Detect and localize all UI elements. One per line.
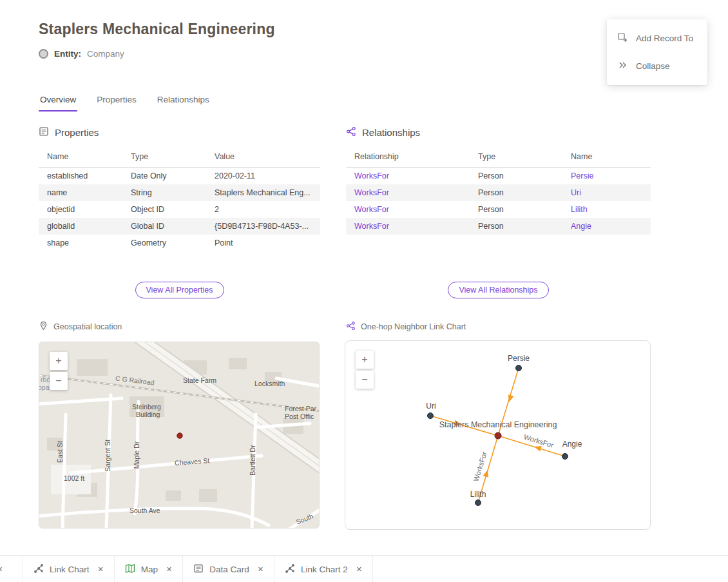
table-row: WorksFor Person Uri (346, 184, 651, 201)
cell-value: {5D9B4713-F98D-4A53-... (206, 218, 320, 235)
card-tabs: Overview Properties Relationships (39, 91, 211, 112)
table-row: established Date Only 2020-02-11 (39, 168, 320, 185)
bottom-tab-map[interactable]: Map ✕ (115, 556, 183, 582)
menu-item-add-record-to[interactable]: Add Record To (607, 24, 707, 52)
data-card-tab-icon (193, 563, 204, 576)
cell-name: objectid (39, 201, 122, 218)
location-marker (177, 433, 182, 438)
bottom-tab-label: Link Chart (50, 565, 90, 574)
cell-type: Person (470, 184, 562, 201)
close-icon[interactable]: ✕ (255, 565, 263, 574)
cell-type: Geometry (122, 235, 206, 251)
tab-properties[interactable]: Properties (95, 91, 138, 112)
cell-type: Date Only (122, 168, 206, 185)
tab-overview[interactable]: Overview (39, 91, 77, 112)
relationship-link[interactable]: WorksFor (346, 201, 470, 218)
close-icon[interactable]: ✕ (354, 565, 362, 574)
entity-label: Entity: (54, 49, 81, 59)
view-all-properties-button[interactable]: View All Properties (135, 282, 224, 298)
edge-arrow (483, 469, 490, 478)
link-chart-heading-row: One-hop Neighbor Link Chart (346, 321, 466, 333)
view-all-relationships-button[interactable]: View All Relationships (448, 282, 548, 298)
chart-zoom-in-button[interactable]: + (356, 351, 374, 369)
relationships-section: Relationships Relationship Type Name Wor… (346, 126, 651, 235)
cell-type: Person (470, 201, 562, 218)
cell-type: String (122, 184, 206, 201)
cell-name: globalid (39, 218, 122, 235)
entity-type-value: Company (87, 49, 124, 59)
bottom-tab-data-card[interactable]: Data Card ✕ (183, 556, 274, 582)
column-header: Value (206, 146, 320, 168)
properties-icon (39, 126, 49, 139)
link-chart-canvas[interactable]: WorksFor WorksFor Persie Uri Angie Lilit… (345, 340, 651, 530)
node-label: Lilith (470, 490, 486, 499)
column-header: Type (470, 146, 562, 168)
properties-heading: Properties (55, 127, 99, 138)
relationships-heading: Relationships (362, 127, 420, 138)
bottom-tab-link-chart-2[interactable]: Link Chart 2 ✕ (274, 556, 373, 582)
table-row: WorksFor Person Angie (346, 218, 651, 235)
node-center-company[interactable] (495, 432, 501, 439)
table-header-row: Relationship Type Name (346, 146, 651, 168)
tab-relationships[interactable]: Relationships (156, 91, 211, 112)
node-angie[interactable] (562, 454, 568, 460)
edge-arrow (506, 394, 514, 403)
map-label: Post Offic (285, 412, 314, 420)
close-icon[interactable]: ✕ (95, 565, 104, 574)
link-chart-graphics: WorksFor WorksFor Persie Uri Angie Lilit… (345, 341, 651, 530)
menu-item-label: Collapse (636, 61, 670, 71)
node-lilith[interactable] (475, 500, 481, 506)
cell-value: 2020-02-11 (206, 168, 320, 185)
table-row: shape Geometry Point (39, 235, 320, 251)
context-menu: Add Record To Collapse (607, 19, 707, 85)
cell-value: 2 (206, 201, 320, 218)
cell-value: Staplers Mechanical Eng... (206, 184, 320, 201)
relationship-link[interactable]: WorksFor (346, 168, 470, 185)
close-icon[interactable]: ✕ (164, 565, 172, 574)
bottom-tab-label: Data Card (209, 565, 249, 574)
map-zoom-in-button[interactable]: + (50, 352, 68, 370)
center-node-label: Staplers Mechanical Engineering (439, 420, 557, 429)
map-canvas[interactable]: rbour opaedics C G Railroad State Farm L… (39, 342, 320, 529)
menu-item-label: Add Record To (636, 34, 693, 43)
bottom-tab-link-chart[interactable]: Link Chart ✕ (23, 556, 115, 582)
entity-row: Entity: Company (39, 49, 124, 59)
map-label: Steinberg (132, 403, 161, 411)
map-label: East St (56, 441, 64, 463)
cell-name: established (39, 168, 122, 185)
table-row: name String Staplers Mechanical Eng... (39, 184, 320, 201)
cell-value: Point (206, 235, 320, 251)
cell-type: Person (470, 168, 562, 185)
map-zoom-out-button[interactable]: − (50, 372, 68, 390)
entity-link[interactable]: Uri (562, 184, 651, 201)
entity-link[interactable]: Angie (562, 218, 651, 235)
column-header: Relationship (346, 146, 470, 168)
relationships-table: Relationship Type Name WorksFor Person P… (346, 146, 651, 235)
node-uri[interactable] (428, 413, 434, 419)
table-row: WorksFor Person Persie (346, 168, 651, 185)
map-label: Building (136, 411, 160, 418)
cell-type: Global ID (122, 218, 206, 235)
relationship-link[interactable]: WorksFor (346, 184, 470, 201)
properties-table: Name Type Value established Date Only 20… (39, 146, 320, 251)
node-label: Uri (426, 402, 436, 411)
link-chart-tab-icon (285, 563, 295, 576)
table-row: globalid Global ID {5D9B4713-F98D-4A53-.… (39, 218, 320, 235)
map-label: State Farm (183, 376, 216, 384)
node-label: Angie (562, 440, 582, 449)
node-persie[interactable] (516, 365, 522, 371)
chart-zoom-out-button[interactable]: − (356, 371, 374, 389)
table-row: WorksFor Person Lilith (346, 201, 651, 218)
relationship-link[interactable]: WorksFor (346, 218, 470, 235)
map-label: Forest Par (285, 405, 316, 412)
cell-name: shape (39, 235, 122, 251)
close-icon[interactable]: ✕ (0, 556, 8, 582)
table-row: objectid Object ID 2 (39, 201, 320, 218)
cell-type: Object ID (122, 201, 206, 218)
menu-item-collapse[interactable]: Collapse (607, 52, 707, 80)
map-graphics (39, 342, 320, 529)
page-title: Staplers Mechanical Engineering (39, 21, 275, 38)
entity-link[interactable]: Lilith (562, 201, 651, 218)
bottom-tab-bar: ✕ Link Chart ✕ Map ✕ Data Card ✕ (0, 556, 728, 582)
entity-link[interactable]: Persie (562, 168, 651, 185)
